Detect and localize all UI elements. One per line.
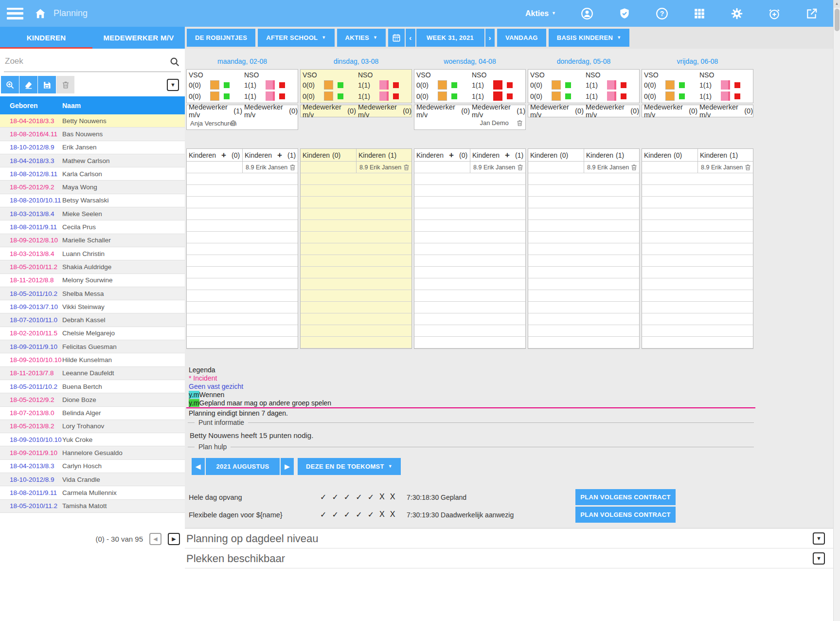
- empty-slot-row[interactable]: [528, 220, 639, 232]
- page-scrollbar[interactable]: ▲: [833, 0, 840, 621]
- empty-slot-row[interactable]: [301, 197, 411, 208]
- table-row[interactable]: 18-11-2013/7.8Leeanne Daufeldt: [0, 367, 185, 380]
- day-header-link[interactable]: dinsdag, 03-08: [300, 57, 412, 69]
- empty-slot-row[interactable]: [642, 232, 753, 243]
- child-entry-remove[interactable]: [289, 164, 296, 172]
- empty-slot-row[interactable]: [528, 267, 639, 278]
- empty-slot-row[interactable]: [414, 173, 525, 185]
- empty-slot-row[interactable]: [301, 313, 411, 325]
- empty-slot-row[interactable]: [528, 255, 639, 267]
- plan-volgens-contract-button[interactable]: PLAN VOLGENS CONTRACT: [575, 489, 676, 505]
- empty-slot-row[interactable]: [301, 243, 411, 255]
- tab-kinderen[interactable]: KINDEREN: [0, 27, 92, 49]
- empty-slot-row[interactable]: [414, 220, 525, 232]
- user-account-icon[interactable]: [581, 7, 593, 20]
- empty-slot-row[interactable]: [414, 208, 525, 220]
- table-row[interactable]: 18-05-2013/8.2Lory Trohanov: [0, 420, 185, 433]
- empty-slot-row[interactable]: [301, 290, 411, 302]
- settings-gear-icon[interactable]: [731, 7, 743, 20]
- child-entry-remove[interactable]: [630, 164, 638, 172]
- staff-remove[interactable]: [230, 119, 237, 128]
- day-header-link[interactable]: vrijdag, 06-08: [642, 57, 753, 69]
- empty-slot-row[interactable]: [642, 278, 753, 290]
- empty-slot-row[interactable]: [414, 278, 525, 290]
- table-row[interactable]: 18-08-2010/10.11Betsy Warsalski: [0, 194, 185, 207]
- table-row[interactable]: 18-09-2011/9.10Felicitas Guesman: [0, 340, 185, 353]
- save-button[interactable]: [38, 76, 56, 93]
- table-row[interactable]: 18-08-2011/9.11Carmela Mullennix: [0, 486, 185, 499]
- table-row[interactable]: 18-05-2011/10.2Shelba Messa: [0, 287, 185, 300]
- empty-slot-row[interactable]: [301, 185, 411, 197]
- empty-slot-row[interactable]: [187, 255, 298, 267]
- table-row[interactable]: 18-05-2012/9.2Maya Wong: [0, 181, 185, 194]
- empty-slot-row[interactable]: [642, 313, 753, 325]
- trash-icon[interactable]: [630, 164, 638, 171]
- empty-slot-row[interactable]: [301, 267, 411, 278]
- empty-slot-row[interactable]: [187, 325, 298, 337]
- empty-slot-row[interactable]: [414, 313, 525, 325]
- shield-check-icon[interactable]: [618, 7, 631, 20]
- add-child-icon[interactable]: +: [277, 150, 282, 160]
- pagination-prev-button[interactable]: ◀: [149, 533, 161, 545]
- empty-slot-row[interactable]: [301, 325, 411, 337]
- empty-slot-row[interactable]: [528, 302, 639, 313]
- section-expand-button[interactable]: ▼: [813, 532, 825, 545]
- week-prev-button[interactable]: ‹: [406, 29, 415, 47]
- trash-icon[interactable]: [516, 119, 523, 127]
- empty-slot-row[interactable]: [187, 243, 298, 255]
- trash-icon[interactable]: [230, 119, 237, 127]
- table-row[interactable]: 18-10-2012/8.9Erik Jansen: [0, 141, 185, 154]
- empty-slot-row[interactable]: [301, 278, 411, 290]
- table-row[interactable]: 18-04-2018/3.3Mathew Carlson: [0, 154, 185, 167]
- empty-slot-row[interactable]: [642, 243, 753, 255]
- staff-remove[interactable]: [516, 119, 523, 128]
- add-child-icon[interactable]: +: [221, 150, 226, 160]
- plan-volgens-contract-button[interactable]: PLAN VOLGENS CONTRACT: [575, 507, 676, 523]
- table-row[interactable]: 18-03-2013/8.4Mieke Seelen: [0, 207, 185, 220]
- empty-slot-row[interactable]: [642, 337, 753, 348]
- empty-slot-row[interactable]: [642, 325, 753, 337]
- day-header-link[interactable]: donderdag, 05-08: [528, 57, 640, 69]
- empty-slot-row[interactable]: [187, 313, 298, 325]
- tab-medewerker[interactable]: MEDEWERKER M/V: [92, 27, 185, 49]
- empty-slot-row[interactable]: [301, 232, 411, 243]
- table-row[interactable]: 18-05-2010/11.2Tamisha Matott: [0, 500, 185, 513]
- alarm-add-icon[interactable]: [768, 7, 781, 20]
- trash-icon[interactable]: [744, 164, 751, 171]
- empty-slot-row[interactable]: [301, 173, 411, 185]
- empty-slot-row[interactable]: [528, 243, 639, 255]
- zoom-search-button[interactable]: [1, 76, 19, 93]
- table-row[interactable]: 18-11-2012/8.8Melony Sourwine: [0, 274, 185, 287]
- empty-slot-row[interactable]: [301, 208, 411, 220]
- empty-slot-row[interactable]: [187, 208, 298, 220]
- empty-slot-row[interactable]: [414, 243, 525, 255]
- empty-slot-row[interactable]: [187, 278, 298, 290]
- empty-slot-row[interactable]: [414, 325, 525, 337]
- empty-slot-row[interactable]: [187, 302, 298, 313]
- table-row[interactable]: 18-10-2012/8.9Vida Crandle: [0, 473, 185, 486]
- table-row[interactable]: 18-05-2011/10.2Buena Bertch: [0, 380, 185, 393]
- empty-slot-row[interactable]: [528, 232, 639, 243]
- help-icon[interactable]: ?: [656, 7, 668, 20]
- trash-icon[interactable]: [517, 164, 524, 171]
- empty-slot-row[interactable]: [301, 220, 411, 232]
- table-row[interactable]: 18-03-2013/8.4Luann Christin: [0, 247, 185, 260]
- empty-slot-row[interactable]: [414, 185, 525, 197]
- basis-dropdown-button[interactable]: BASIS KINDEREN▼: [549, 29, 630, 47]
- week-label-button[interactable]: WEEK 31, 2021: [416, 29, 484, 47]
- search-input[interactable]: [4, 52, 164, 66]
- week-next-button[interactable]: ›: [485, 29, 495, 47]
- child-entry-remove[interactable]: [403, 164, 410, 172]
- empty-slot-row[interactable]: [528, 337, 639, 348]
- table-row[interactable]: 18-08-2012/8.11Karla Carlson: [0, 167, 185, 181]
- empty-slot-row[interactable]: [301, 337, 411, 348]
- table-row[interactable]: 18-02-2010/11.5Chelsie Melgarejo: [0, 327, 185, 340]
- trash-icon[interactable]: [289, 164, 296, 171]
- pagination-next-button[interactable]: ▶: [168, 533, 180, 545]
- empty-slot-row[interactable]: [414, 267, 525, 278]
- empty-slot-row[interactable]: [528, 173, 639, 185]
- home-icon[interactable]: [34, 7, 47, 20]
- empty-slot-row[interactable]: [187, 290, 298, 302]
- month-label-button[interactable]: 2021 AUGUSTUS: [206, 458, 280, 475]
- scope-dropdown-button[interactable]: DEZE EN DE TOEKOMST▼: [298, 458, 401, 475]
